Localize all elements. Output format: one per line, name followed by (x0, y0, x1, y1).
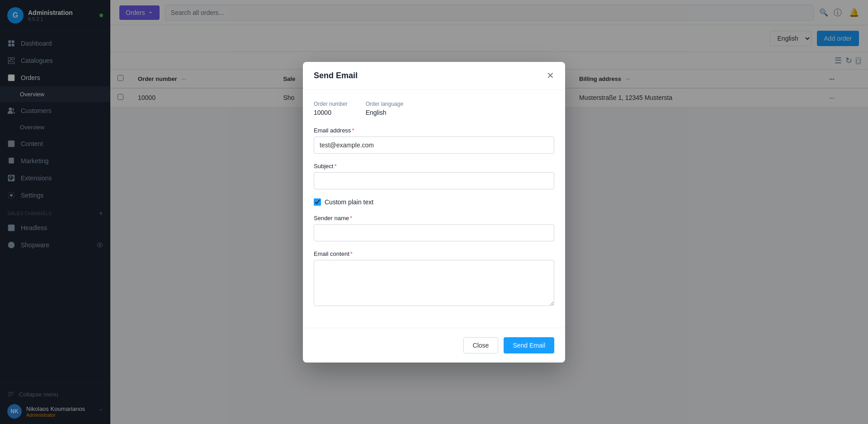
order-number-label: Order number (314, 101, 348, 107)
close-button[interactable]: Close (463, 337, 499, 353)
required-star: * (352, 127, 354, 134)
email-content-group: Email content* (314, 250, 554, 308)
order-language-info: Order language English (366, 101, 403, 116)
required-star: * (350, 250, 353, 257)
sender-name-input[interactable] (314, 224, 554, 241)
modal-body: Order number 10000 Order language Englis… (303, 90, 565, 328)
order-number-info: Order number 10000 (314, 101, 348, 116)
subject-group: Subject* (314, 163, 554, 189)
order-language-label: Order language (366, 101, 403, 107)
modal-title: Send Email (314, 71, 358, 80)
email-address-input[interactable] (314, 137, 554, 154)
custom-plain-text-checkbox[interactable] (314, 198, 321, 206)
send-email-modal: Send Email ✕ Order number 10000 Order la… (303, 62, 565, 363)
order-language-value: English (366, 109, 403, 116)
modal-footer: Close Send Email (303, 328, 565, 363)
subject-input[interactable] (314, 172, 554, 189)
email-address-group: Email address* (314, 127, 554, 154)
required-star: * (350, 215, 352, 221)
custom-plain-text-row: Custom plain text (314, 198, 554, 206)
required-star: * (334, 163, 336, 170)
send-email-button[interactable]: Send Email (504, 337, 554, 353)
modal-header: Send Email ✕ (303, 62, 565, 90)
sender-name-label: Sender name* (314, 215, 554, 221)
email-content-label: Email content* (314, 250, 554, 257)
modal-overlay: Send Email ✕ Order number 10000 Order la… (0, 0, 868, 424)
email-address-label: Email address* (314, 127, 554, 134)
order-number-value: 10000 (314, 109, 348, 116)
sender-name-group: Sender name* (314, 215, 554, 241)
order-info-row: Order number 10000 Order language Englis… (314, 101, 554, 116)
modal-close-button[interactable]: ✕ (547, 71, 554, 80)
custom-plain-text-label[interactable]: Custom plain text (325, 198, 373, 206)
email-content-textarea[interactable] (314, 260, 554, 306)
subject-label: Subject* (314, 163, 554, 170)
